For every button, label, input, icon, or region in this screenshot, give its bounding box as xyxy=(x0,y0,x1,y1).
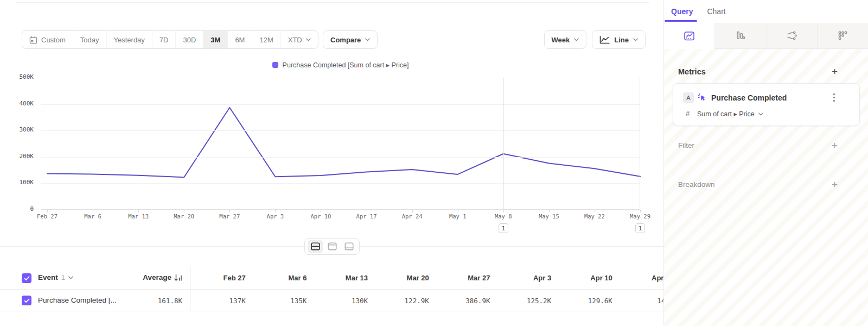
x-axis-tick xyxy=(595,210,595,212)
granularity-label: Week xyxy=(552,36,570,44)
value-cell: 135K xyxy=(251,297,312,305)
range-custom[interactable]: Custom xyxy=(22,31,73,48)
sort-descending-icon xyxy=(174,274,182,281)
filter-title: Filter xyxy=(678,141,694,149)
x-axis-tick xyxy=(184,210,184,212)
series-label: Purchase Completed [Sum of cart ▸ Price] xyxy=(283,61,409,69)
breakdown-title: Breakdown xyxy=(678,180,715,189)
metric-event-name: Purchase Completed xyxy=(711,93,787,102)
metric-letter-badge: A xyxy=(683,92,694,103)
chevron-down-icon xyxy=(68,276,73,279)
table-header-row: Event 1 Average Feb 27Mar 6Mar 13Mar 20M… xyxy=(0,266,663,290)
x-axis-label: Mar 27 xyxy=(205,213,254,220)
chart-type-tab-scatter[interactable] xyxy=(818,23,868,49)
x-axis-label: Apr 3 xyxy=(251,213,299,220)
value-cell: 129.6K xyxy=(557,297,618,305)
date-column-header: Mar 6 xyxy=(251,274,312,282)
chart-type-tab-flow[interactable] xyxy=(767,23,818,49)
metrics-title: Metrics xyxy=(678,67,706,76)
row-checkbox[interactable] xyxy=(22,296,31,305)
x-axis-tick xyxy=(503,210,504,212)
date-column-header: Feb 27 xyxy=(190,274,251,282)
add-breakdown-button[interactable]: + xyxy=(832,179,838,190)
breakdown-section-header: Breakdown + xyxy=(678,179,838,190)
x-axis-label: Mar 20 xyxy=(159,213,208,220)
chart-only-button[interactable] xyxy=(324,240,340,253)
table-only-icon xyxy=(344,242,354,250)
range-3m[interactable]: 3M xyxy=(203,31,227,48)
series-swatch xyxy=(272,62,278,68)
x-axis-tick xyxy=(229,210,230,212)
chart-type-button[interactable]: Line xyxy=(592,30,646,49)
range-30d[interactable]: 30D xyxy=(175,31,203,48)
annotation-line xyxy=(640,78,640,209)
y-axis-label: 500K xyxy=(0,73,34,80)
event-click-icon xyxy=(698,93,707,102)
range-today[interactable]: Today xyxy=(73,31,106,48)
results-table: Event 1 Average Feb 27Mar 6Mar 13Mar 20M… xyxy=(0,266,663,311)
date-column-header: Apr 3 xyxy=(495,274,557,282)
x-axis-tick xyxy=(321,210,321,212)
compare-button[interactable]: Compare xyxy=(323,30,378,49)
column-separator xyxy=(190,266,190,311)
x-axis-label: Apr 17 xyxy=(342,213,391,220)
range-xtd[interactable]: XTD xyxy=(280,31,318,48)
x-axis-tick xyxy=(47,210,48,212)
table-only-button[interactable] xyxy=(341,240,356,253)
range-7d[interactable]: 7D xyxy=(152,31,176,48)
x-axis-label: May 22 xyxy=(570,213,619,220)
range-6m[interactable]: 6M xyxy=(227,31,252,48)
calendar-icon xyxy=(29,36,37,44)
x-axis-label: May 15 xyxy=(525,213,573,220)
chart-type-tab-bar xyxy=(664,23,868,49)
chevron-down-icon xyxy=(758,112,763,116)
aggregation-dropdown[interactable]: Sum of cart ▸ Price xyxy=(697,110,763,118)
gridline xyxy=(41,183,640,184)
chart-legend[interactable]: Purchase Completed [Sum of cart ▸ Price] xyxy=(41,61,640,69)
range-yesterday[interactable]: Yesterday xyxy=(106,31,152,48)
granularity-button[interactable]: Week xyxy=(544,30,587,49)
chart-controls: Week Line xyxy=(544,30,646,49)
x-axis-label: May 29 xyxy=(616,213,663,220)
y-axis-label: 200K xyxy=(0,153,34,160)
gridline xyxy=(41,130,640,131)
bar-chart-icon xyxy=(735,30,746,41)
split-view-button[interactable] xyxy=(308,240,323,253)
metric-card[interactable]: A Purchase Completed # Sum of cart ▸ Pri… xyxy=(673,83,860,126)
annotation-badge[interactable]: 1 xyxy=(635,223,645,233)
x-axis-tick xyxy=(275,210,276,212)
more-options-icon[interactable] xyxy=(833,93,835,102)
average-sort-header[interactable]: Average xyxy=(76,273,182,281)
annotation-badge[interactable]: 1 xyxy=(499,223,508,233)
chart-type-tab-bar[interactable] xyxy=(715,23,766,49)
tab-query[interactable]: Query xyxy=(671,0,693,23)
chart-type-label: Line xyxy=(614,36,629,44)
value-cell: 137K xyxy=(190,297,251,305)
row-average-value: 161.8K xyxy=(76,297,182,305)
tab-chart[interactable]: Chart xyxy=(707,0,725,23)
y-axis-label: 300K xyxy=(0,126,34,133)
y-axis-label: 400K xyxy=(0,100,34,107)
range-12m[interactable]: 12M xyxy=(252,31,280,48)
average-column-label: Average xyxy=(143,273,171,281)
value-cell: 125.2K xyxy=(495,297,557,305)
table-row: Purchase Completed [... 161.8K 137K135K1… xyxy=(0,290,663,311)
x-axis-label: May 1 xyxy=(433,213,482,220)
date-column-header: Mar 27 xyxy=(435,274,496,282)
metrics-section-header: Metrics + xyxy=(678,66,838,77)
x-axis-tick xyxy=(367,210,367,212)
select-all-checkbox[interactable] xyxy=(22,273,31,283)
chart-type-tab-line[interactable] xyxy=(664,23,715,49)
flow-chart-icon xyxy=(786,30,797,41)
event-column-dropdown[interactable]: Event 1 xyxy=(38,273,73,281)
numeric-property-icon: # xyxy=(686,109,690,117)
row-date-values: 137K135K130K122.9K386.9K125.2K129.6K143K xyxy=(190,297,663,305)
x-axis-label: Apr 10 xyxy=(296,213,345,220)
x-axis-tick xyxy=(458,210,458,212)
compare-label: Compare xyxy=(330,36,361,44)
add-filter-button[interactable]: + xyxy=(832,140,838,151)
add-metric-button[interactable]: + xyxy=(832,66,838,77)
check-icon xyxy=(24,276,30,281)
date-column-header: Apr 17 xyxy=(618,274,663,282)
line-chart-plot xyxy=(41,78,640,210)
